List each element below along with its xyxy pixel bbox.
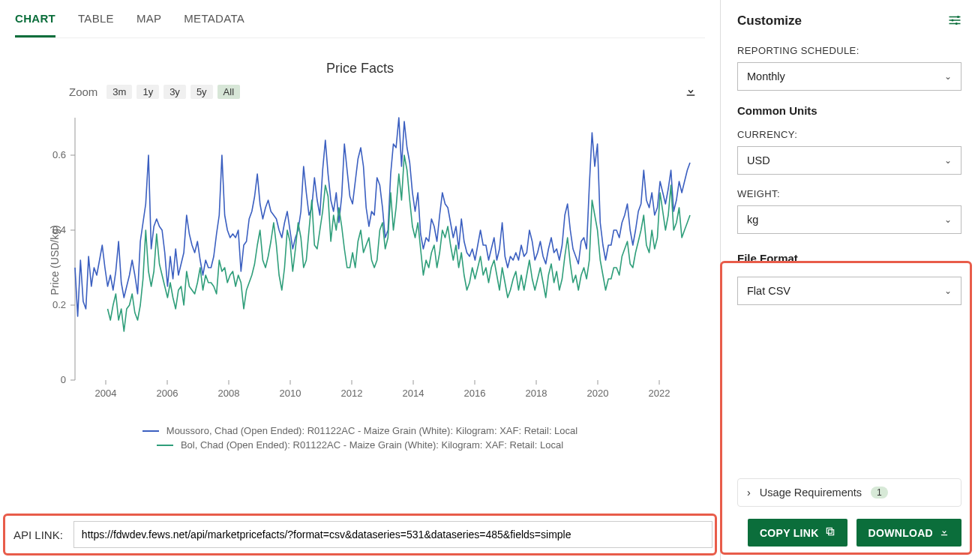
copy-link-label: COPY LINK — [760, 527, 819, 539]
sidebar-title: Customize — [737, 13, 802, 28]
weight-select[interactable]: kg ⌄ — [737, 205, 962, 234]
download-label: DOWNLOAD — [868, 527, 933, 539]
reporting-schedule-label: REPORTING SCHEDULE: — [737, 45, 962, 56]
action-buttons: COPY LINK DOWNLOAD — [737, 519, 962, 547]
chevron-down-icon: ⌄ — [944, 71, 952, 82]
svg-text:2004: 2004 — [95, 388, 117, 399]
svg-rect-33 — [826, 528, 832, 533]
svg-text:2022: 2022 — [649, 388, 670, 399]
tab-chart[interactable]: CHART — [15, 12, 56, 37]
tab-metadata[interactable]: METADATA — [184, 12, 244, 37]
legend: Moussoro, Chad (Open Ended): R01122AC - … — [15, 425, 705, 451]
common-units-heading: Common Units — [737, 104, 962, 117]
zoom-controls: Zoom 3m 1y 3y 5y All — [69, 85, 240, 99]
legend-label-1: Bol, Chad (Open Ended): R01122AC - Maize… — [181, 439, 563, 451]
file-format-value: Flat CSV — [747, 285, 790, 297]
svg-text:0: 0 — [61, 374, 66, 385]
download-icon — [939, 526, 950, 539]
svg-text:0.2: 0.2 — [52, 299, 66, 310]
chevron-down-icon: ⌄ — [944, 155, 952, 166]
chevron-right-icon: › — [747, 487, 751, 499]
legend-swatch-0 — [142, 430, 159, 432]
copy-icon — [825, 526, 836, 539]
chart-title: Price Facts — [15, 61, 705, 76]
svg-point-31 — [956, 22, 958, 25]
zoom-all[interactable]: All — [218, 85, 240, 99]
chevron-down-icon: ⌄ — [944, 214, 952, 225]
reporting-schedule-select[interactable]: Monthly ⌄ — [737, 62, 962, 91]
tab-map[interactable]: MAP — [136, 12, 161, 37]
svg-text:0.6: 0.6 — [52, 149, 66, 160]
download-button[interactable]: DOWNLOAD — [856, 519, 962, 547]
svg-point-29 — [957, 16, 959, 18]
svg-text:2006: 2006 — [157, 388, 178, 399]
currency-select[interactable]: USD ⌄ — [737, 146, 962, 175]
sidebar-footer: › Usage Requirements 1 COPY LINK DOWNLOA… — [737, 478, 962, 547]
svg-text:2018: 2018 — [526, 388, 548, 399]
legend-swatch-1 — [157, 445, 173, 446]
sidebar: Customize REPORTING SCHEDULE: Monthly ⌄ … — [720, 0, 978, 560]
tab-table[interactable]: TABLE — [78, 12, 114, 37]
copy-link-button[interactable]: COPY LINK — [748, 519, 848, 547]
svg-text:2016: 2016 — [464, 388, 486, 399]
sliders-icon[interactable] — [948, 15, 962, 28]
svg-text:2008: 2008 — [218, 388, 240, 399]
weight-label: WEIGHT: — [737, 188, 962, 199]
tabs: CHART TABLE MAP METADATA — [15, 0, 705, 38]
svg-point-30 — [952, 19, 954, 21]
weight-value: kg — [747, 214, 758, 226]
currency-label: CURRENCY: — [737, 129, 962, 140]
legend-item-1[interactable]: Bol, Chad (Open Ended): R01122AC - Maize… — [15, 439, 705, 451]
zoom-1y[interactable]: 1y — [136, 85, 159, 99]
zoom-3m[interactable]: 3m — [106, 85, 132, 99]
chart-container: Price Facts Zoom 3m 1y 3y 5y All Price (… — [15, 61, 705, 451]
usage-requirements-label: Usage Requirements — [760, 487, 862, 499]
svg-rect-32 — [828, 530, 833, 535]
usage-requirements-toggle[interactable]: › Usage Requirements 1 — [737, 478, 962, 507]
export-icon[interactable] — [684, 84, 698, 100]
chevron-down-icon: ⌄ — [944, 286, 952, 296]
zoom-label: Zoom — [69, 85, 98, 98]
api-link-input[interactable] — [74, 521, 712, 548]
currency-value: USD — [747, 154, 770, 166]
api-link-row: API LINK: — [14, 521, 712, 548]
plot-area: Price (USD/kg) 00.20.40.6200420062008201… — [22, 110, 698, 410]
api-link-label: API LINK: — [14, 529, 63, 541]
legend-item-0[interactable]: Moussoro, Chad (Open Ended): R01122AC - … — [15, 425, 705, 436]
y-axis-label: Price (USD/kg) — [49, 225, 61, 295]
main-panel: CHART TABLE MAP METADATA Price Facts Zoo… — [0, 0, 720, 560]
chart-toolbar: Zoom 3m 1y 3y 5y All — [15, 84, 705, 110]
sidebar-header: Customize — [737, 13, 962, 28]
file-format-heading: File Format — [737, 252, 962, 265]
svg-text:2010: 2010 — [280, 388, 302, 399]
svg-text:2012: 2012 — [341, 388, 363, 399]
reporting-schedule-value: Monthly — [747, 70, 785, 82]
file-format-select[interactable]: Flat CSV ⌄ — [737, 277, 962, 305]
svg-text:2020: 2020 — [587, 388, 609, 399]
legend-label-0: Moussoro, Chad (Open Ended): R01122AC - … — [166, 425, 578, 436]
plot-svg[interactable]: 00.20.40.6200420062008201020122014201620… — [22, 110, 698, 410]
usage-count-badge: 1 — [871, 487, 888, 499]
svg-text:2014: 2014 — [403, 388, 424, 399]
zoom-5y[interactable]: 5y — [190, 85, 213, 99]
zoom-3y[interactable]: 3y — [164, 85, 186, 99]
